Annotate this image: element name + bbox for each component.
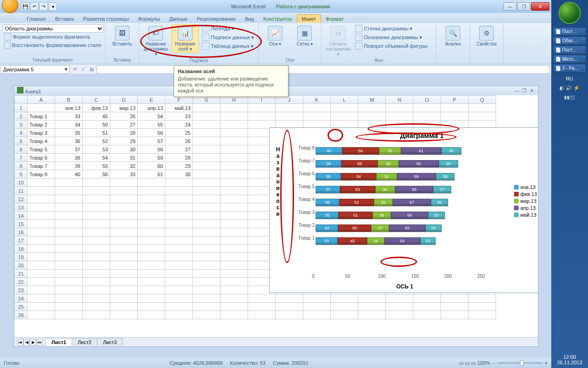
context-tools-title: Работа с диаграммами: [276, 4, 330, 9]
analysis-icon: 🔍: [446, 26, 460, 40]
language-indicator[interactable]: RU: [566, 76, 573, 81]
x-tick: 150: [411, 274, 419, 279]
ribbon: Область диаграммы Формат выделенного фра…: [0, 23, 551, 64]
ribbon-tab[interactable]: Данные: [164, 15, 192, 23]
rotation-button[interactable]: Поворот объемной фигуры: [354, 42, 429, 50]
format-selection-button[interactable]: Формат выделенного фрагмента: [3, 33, 102, 41]
data-labels-button[interactable]: Подписи данных ▾: [201, 33, 255, 41]
axis-titles-icon: 📊: [178, 26, 192, 40]
qat-button[interactable]: ↶: [30, 2, 39, 11]
taskbar-button[interactable]: 📄 Пост…: [553, 27, 586, 36]
qat-button[interactable]: ▾: [49, 2, 57, 11]
sheet-tab[interactable]: Лист3: [97, 338, 123, 346]
properties-button[interactable]: ⚙Свойства: [473, 24, 500, 48]
legend-item[interactable]: мар.13: [514, 198, 537, 204]
name-box[interactable]: Диаграмма 5▾: [1, 65, 70, 74]
ribbon-tab[interactable]: Рецензирование: [192, 15, 240, 23]
data-table-icon: [202, 42, 209, 50]
group-insert: 🖼Вставить Вставка: [106, 23, 139, 64]
chart-wall-button[interactable]: Стенка диаграммы ▾: [354, 24, 429, 33]
taskbar-button[interactable]: 📄 3 - Pa…: [553, 64, 586, 73]
ribbon-tab[interactable]: Макет: [297, 14, 321, 23]
x-tick: 100: [378, 274, 386, 279]
plot-area-button[interactable]: ▭Область построения ▾: [324, 24, 352, 58]
ribbon-tab[interactable]: Формат: [321, 15, 348, 23]
ribbon-tab[interactable]: Вид: [240, 15, 259, 23]
fx-button[interactable]: fx: [87, 67, 96, 72]
status-bar: Готово Среднее: 4628,688889 Количество: …: [0, 358, 551, 368]
taskbar-button[interactable]: 📄 Micro…: [553, 55, 586, 63]
bar-row: 3551285625: [316, 211, 445, 221]
category-label: Товар 7: [297, 158, 315, 163]
tab-nav-prev[interactable]: ◀: [23, 339, 30, 345]
axis-titles-button[interactable]: 📊Названия осей ▾: [171, 24, 199, 53]
ribbon-tab[interactable]: Формулы: [134, 15, 165, 23]
group-labels: 🏷Название диаграммы ▾ 📊Названия осей ▾ Л…: [139, 23, 259, 64]
tray-icons[interactable]: ◐ 🔊 ⚡: [560, 85, 580, 91]
x-tick: 250: [477, 274, 485, 279]
ribbon-tab[interactable]: Конструктор: [259, 15, 297, 23]
insert-button[interactable]: 🖼Вставить: [108, 24, 136, 48]
minimize-button[interactable]: —: [503, 2, 516, 11]
category-label: Товар 4: [297, 197, 315, 202]
qat-button[interactable]: 💾: [21, 2, 29, 11]
windows-taskbar[interactable]: 📄 Пост…📄 Обзо…📄 Пост…📄 Micro…📄 3 - Pa… R…: [551, 0, 588, 368]
group-properties: ⚙Свойства: [470, 23, 503, 64]
x-tick: 200: [444, 274, 452, 279]
ribbon-tab[interactable]: Вставка: [51, 15, 79, 23]
legend-item[interactable]: янв.13: [514, 184, 537, 190]
chart-title[interactable]: Диаграмма 1: [400, 132, 444, 139]
start-button[interactable]: [559, 2, 581, 24]
x-axis-title[interactable]: ОСЬ 1: [396, 283, 413, 290]
wb-close[interactable]: ✕: [528, 88, 535, 94]
ribbon-tabs: ГлавнаяВставкаРазметка страницыФормулыДа…: [0, 13, 551, 23]
reset-style-button[interactable]: Восстановить форматирование стиля: [3, 41, 102, 49]
group-current-selection: Область диаграммы Формат выделенного фра…: [0, 23, 106, 64]
category-label: Товар 1: [297, 236, 315, 241]
close-button[interactable]: ✕: [531, 2, 549, 11]
chart-wall-icon: [355, 25, 362, 32]
axes-button[interactable]: 📈Оси ▾: [261, 24, 289, 48]
bar-row: 3854315928: [316, 172, 454, 182]
tab-nav-last[interactable]: ⏭: [36, 339, 43, 345]
group-background: ▭Область построения ▾ Стенка диаграммы ▾…: [322, 23, 436, 64]
category-label: Товар 3: [297, 210, 315, 215]
rotation-icon: [355, 42, 362, 50]
zoom-control[interactable]: ▭ ▭ ▭ 100% −+: [459, 360, 548, 366]
reset-style-icon: [4, 41, 11, 49]
taskbar-button[interactable]: 📄 Обзо…: [553, 36, 586, 45]
taskbar-button[interactable]: 📄 Пост…: [553, 46, 586, 54]
legend-item[interactable]: фев.13: [514, 191, 537, 197]
wb-min[interactable]: —: [513, 88, 520, 93]
legend-item[interactable]: апр.13: [514, 205, 537, 211]
office-button[interactable]: [2, 0, 18, 13]
legend-item[interactable]: май.13: [514, 212, 537, 218]
chart-title-button[interactable]: 🏷Название диаграммы ▾: [142, 24, 170, 58]
data-table-button[interactable]: Таблица данных ▾: [201, 42, 255, 50]
chart-floor-icon: [355, 34, 362, 41]
chart-title-icon: 🏷: [148, 26, 163, 40]
legend-button[interactable]: Легенда ▾: [201, 24, 255, 33]
chart-element-selector[interactable]: Область диаграммы: [3, 24, 104, 33]
group-analysis: 🔍Анализ: [436, 23, 470, 64]
qat-button[interactable]: ↷: [40, 2, 48, 11]
analysis-button[interactable]: 🔍Анализ: [439, 24, 467, 48]
ribbon-tab[interactable]: Главная: [22, 15, 51, 23]
y-axis-title[interactable]: Название оси: [275, 146, 281, 217]
sheet-tab[interactable]: Лист1: [45, 338, 72, 346]
ribbon-tab[interactable]: Разметка страницы: [79, 15, 134, 23]
chart-legend[interactable]: янв.13фев.13мар.13апр.13май.13: [514, 183, 537, 219]
category-label: Товар 2: [297, 223, 315, 228]
clock[interactable]: 12:00 26.11.2013: [557, 351, 582, 368]
wb-max[interactable]: ❐: [520, 88, 528, 94]
sheet-tab[interactable]: Лист2: [72, 338, 97, 346]
category-label: Товар 6: [297, 171, 315, 176]
gridlines-button[interactable]: ▦Сетка ▾: [291, 24, 318, 48]
tab-nav-first[interactable]: ⏮: [17, 339, 23, 345]
bar-row: 3652295726: [316, 198, 448, 208]
maximize-button[interactable]: ❐: [517, 2, 530, 11]
formula-input[interactable]: [96, 65, 549, 74]
tab-nav-next[interactable]: ▶: [30, 339, 36, 345]
embedded-chart[interactable]: Диаграмма 1 Название оси ОСЬ 1 янв.13фев…: [269, 127, 538, 293]
chart-floor-button[interactable]: Основание диаграммы ▾: [354, 33, 429, 41]
